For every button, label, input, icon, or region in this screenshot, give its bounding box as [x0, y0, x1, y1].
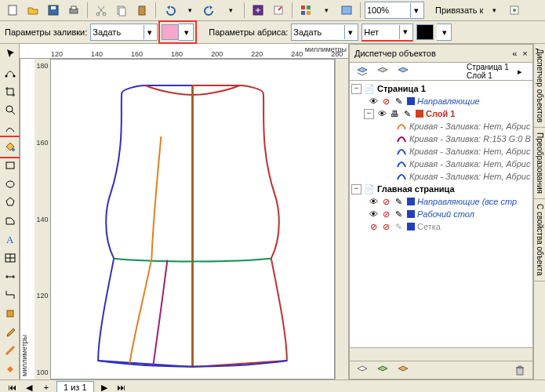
import-button[interactable]: [249, 1, 267, 20]
zoom-combo[interactable]: 100%▾: [365, 2, 424, 19]
crop-tool[interactable]: [1, 82, 20, 100]
tree-desktop-node[interactable]: 👁 ⊘ ✎ Рабочий стол: [351, 208, 531, 220]
pencil-icon[interactable]: ✎: [393, 196, 404, 207]
first-page-button[interactable]: ⏮: [5, 381, 19, 392]
expand-icon[interactable]: −: [364, 109, 374, 119]
tree-layer1-node[interactable]: − 👁 🖶 ✎ Слой 1: [351, 107, 531, 120]
vscrollbar[interactable]: [335, 59, 348, 379]
fill-color-swatch[interactable]: [162, 24, 179, 40]
eye-disabled-icon[interactable]: ⊘: [368, 221, 379, 232]
welcome-button[interactable]: [337, 1, 356, 20]
effects-tool[interactable]: [1, 305, 20, 323]
ellipse-tool[interactable]: [1, 175, 20, 193]
undo-dropdown[interactable]: ▾: [180, 1, 199, 20]
print-disabled-icon[interactable]: ⊘: [380, 209, 391, 220]
delete-button[interactable]: [510, 361, 529, 379]
new-master-layer-button[interactable]: [373, 361, 392, 379]
edit-across-layers-button[interactable]: [373, 62, 392, 81]
tree-curve-node[interactable]: Кривая - Заливка: Нет, Абрис: [351, 170, 531, 183]
freehand-tool[interactable]: [1, 119, 20, 137]
tree-grid-node[interactable]: ⊘ ⊘ ✎ Сетка: [351, 220, 531, 233]
tab-object-properties[interactable]: С свойства объекта: [534, 199, 545, 281]
save-button[interactable]: [44, 1, 63, 20]
tree-curve-node[interactable]: Кривая - Заливка: Нет, Абрис: [351, 120, 531, 132]
new-button[interactable]: [3, 1, 22, 20]
connector-tool[interactable]: [1, 286, 20, 304]
panel-hscrollbar[interactable]: [350, 347, 532, 361]
tab-object-manager[interactable]: Диспетчер объектов: [534, 44, 545, 128]
zoom-dropdown[interactable]: ▾: [410, 3, 422, 17]
eye-icon[interactable]: 👁: [368, 196, 379, 207]
basic-shapes-tool[interactable]: [1, 212, 20, 230]
print-disabled-icon[interactable]: ⊘: [380, 96, 391, 107]
copy-button[interactable]: [112, 1, 131, 20]
expand-icon[interactable]: −: [351, 184, 362, 194]
rectangle-tool[interactable]: [1, 157, 20, 175]
panel-menu-button[interactable]: ▸: [510, 62, 529, 81]
outline-width-dropdown[interactable]: ▾: [399, 25, 411, 39]
new-layer-button[interactable]: [353, 361, 372, 379]
tab-transformations[interactable]: Преобразования: [534, 128, 545, 199]
pencil-icon[interactable]: ✎: [393, 209, 404, 220]
cut-button[interactable]: [92, 1, 111, 20]
tree-guides-all-node[interactable]: 👁 ⊘ ✎ Направляющие (все стр: [351, 195, 531, 208]
outline-color-dropdown[interactable]: ▾: [437, 24, 452, 41]
tree-curve-node[interactable]: Кривая - Заливка: Нет, Абрис: [351, 145, 531, 158]
pencil-icon[interactable]: ✎: [401, 108, 412, 119]
next-page-button[interactable]: ▶: [97, 381, 111, 392]
expand-icon[interactable]: −: [351, 84, 362, 94]
outline-tool[interactable]: [1, 342, 20, 360]
text-tool[interactable]: A: [1, 230, 20, 249]
panel-collapse-button[interactable]: «: [512, 49, 517, 58]
outline-width-combo[interactable]: Нет▾: [362, 24, 413, 42]
eye-icon[interactable]: 👁: [376, 108, 387, 119]
paste-button[interactable]: [133, 1, 151, 20]
add-page-button[interactable]: +: [39, 381, 53, 392]
drawing-canvas[interactable]: [50, 59, 335, 379]
undo-button[interactable]: [160, 1, 179, 20]
app-dropdown[interactable]: ▾: [317, 1, 336, 20]
print-disabled-icon[interactable]: ⊘: [380, 196, 391, 207]
fill-tool[interactable]: [1, 360, 20, 378]
layer-manager-button[interactable]: [353, 62, 372, 81]
redo-dropdown[interactable]: ▾: [221, 1, 240, 20]
smart-fill-tool[interactable]: [1, 138, 20, 156]
options-button[interactable]: [505, 1, 524, 20]
fill-mode-combo[interactable]: Задать▾: [90, 24, 158, 41]
open-button[interactable]: [24, 1, 42, 20]
pick-tool[interactable]: [1, 45, 20, 64]
redo-button[interactable]: [201, 1, 220, 20]
fill-color-dropdown[interactable]: ▾: [179, 24, 194, 41]
tree-page-node[interactable]: − 📄 Страница 1: [351, 82, 531, 95]
polygon-tool[interactable]: [1, 194, 20, 212]
eyedropper-tool[interactable]: [1, 323, 20, 341]
dimension-tool[interactable]: [1, 267, 20, 285]
shape-tool[interactable]: [1, 64, 20, 82]
eye-icon[interactable]: 👁: [368, 209, 379, 220]
table-tool[interactable]: [1, 249, 20, 267]
print-disabled-icon[interactable]: ⊘: [380, 221, 391, 232]
zoom-tool[interactable]: [1, 101, 20, 119]
fill-mode-dropdown[interactable]: ▾: [144, 25, 155, 39]
prev-page-button[interactable]: ◀: [22, 381, 36, 392]
new-layer-all-button[interactable]: [394, 361, 412, 379]
tree-curve-node[interactable]: Кривая - Заливка: Нет, Абрис: [351, 158, 531, 170]
outline-mode-dropdown[interactable]: ▾: [344, 25, 356, 39]
object-tree[interactable]: − 📄 Страница 1 👁 ⊘ ✎ Направляющие: [350, 81, 532, 347]
snap-dropdown[interactable]: ▾: [485, 1, 503, 20]
outline-mode-combo[interactable]: Задать▾: [291, 24, 358, 41]
pencil-disabled-icon[interactable]: ✎: [393, 221, 404, 232]
pencil-icon[interactable]: ✎: [393, 96, 404, 107]
last-page-button[interactable]: ⏭: [114, 381, 129, 392]
panel-close-button[interactable]: ×: [522, 49, 527, 58]
tree-master-node[interactable]: − 📄 Главная страница: [351, 183, 531, 195]
print-button[interactable]: [64, 1, 83, 20]
export-button[interactable]: [269, 1, 288, 20]
tree-guides-node[interactable]: 👁 ⊘ ✎ Направляющие: [351, 95, 531, 107]
tree-curve-node[interactable]: Кривая - Заливка: R:153 G:0 B: [351, 132, 531, 145]
app-launcher-button[interactable]: [296, 1, 315, 20]
eye-icon[interactable]: 👁: [368, 96, 379, 107]
print-icon[interactable]: 🖶: [389, 108, 400, 119]
layer-view-button[interactable]: [394, 62, 412, 81]
outline-color-swatch[interactable]: [416, 24, 434, 40]
